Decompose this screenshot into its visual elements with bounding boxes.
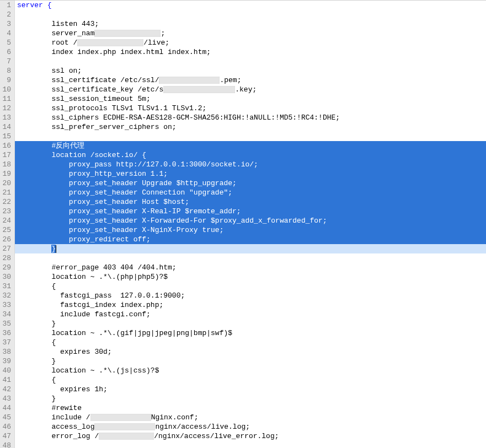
code-line[interactable]: proxy_set_header X-Real-IP $remote_addr; bbox=[15, 207, 486, 216]
line-number: 18 bbox=[1, 160, 12, 169]
code-line[interactable] bbox=[15, 57, 486, 66]
code-token: include / bbox=[51, 413, 90, 422]
redacted-text bbox=[90, 414, 151, 421]
code-line[interactable]: { bbox=[15, 375, 486, 385]
code-token: ssl_certificate /etc/ssl/ bbox=[51, 76, 159, 84]
code-line[interactable] bbox=[15, 441, 486, 448]
code-line[interactable]: } bbox=[15, 357, 486, 366]
code-line[interactable]: location ~ .*\.(gif|jpg|jpeg|png|bmp|swf… bbox=[15, 328, 486, 338]
line-number: 46 bbox=[1, 422, 12, 431]
code-line[interactable]: } bbox=[15, 394, 486, 403]
code-token: { bbox=[51, 338, 56, 347]
code-line[interactable]: expires 1h; bbox=[15, 385, 486, 394]
code-line[interactable]: location /socket.io/ { bbox=[15, 150, 486, 160]
code-area[interactable]: server { listen 443; server_nam; root //… bbox=[15, 1, 486, 448]
code-line[interactable]: proxy_http_version 1.1; bbox=[15, 169, 486, 179]
code-line[interactable]: include /Nginx.conf; bbox=[15, 413, 486, 422]
code-token: { bbox=[51, 282, 56, 290]
code-token: proxy_set_header Connection "upgrade"; bbox=[69, 188, 232, 197]
code-line[interactable]: include fastcgi.conf; bbox=[15, 310, 486, 319]
code-token: nginx/access/live.log; bbox=[155, 423, 250, 431]
line-number: 40 bbox=[1, 366, 12, 375]
line-number: 43 bbox=[1, 394, 12, 403]
line-number: 34 bbox=[1, 310, 12, 319]
code-line[interactable]: location ~ .*\.(js|css)?$ bbox=[15, 366, 486, 375]
code-token: location ~ .*\.(php|php5)?$ bbox=[51, 273, 168, 281]
code-token: /nginx/access/live_error.log; bbox=[154, 432, 279, 440]
code-token: proxy_http_version 1.1; bbox=[69, 170, 168, 178]
code-editor[interactable]: 1234567891011121314151617181920212223242… bbox=[0, 0, 486, 448]
code-token: ssl_certificate_key /etc/s bbox=[51, 85, 163, 94]
code-line[interactable]: error_log //nginx/access/live_error.log; bbox=[15, 431, 486, 441]
code-line[interactable]: proxy_redirect off; bbox=[15, 235, 486, 244]
code-line[interactable]: proxy_set_header X-Forwarded-For $proxy_… bbox=[15, 216, 486, 225]
code-token: server bbox=[17, 1, 43, 9]
line-number: 33 bbox=[1, 300, 12, 310]
line-number: 13 bbox=[1, 113, 12, 122]
line-number: 22 bbox=[1, 197, 12, 207]
line-number: 4 bbox=[1, 29, 12, 38]
line-number: 35 bbox=[1, 319, 12, 328]
line-number: 10 bbox=[1, 85, 12, 94]
code-line[interactable]: proxy_pass http://127.0.0.1:3000/socket.… bbox=[15, 160, 486, 169]
line-number: 12 bbox=[1, 104, 12, 113]
code-line[interactable]: fastcgi_index index.php; bbox=[15, 300, 486, 310]
line-number: 5 bbox=[1, 38, 12, 47]
code-token: ssl_protocols TLSv1 TLSv1.1 TLSv1.2; bbox=[51, 104, 206, 112]
code-line[interactable]: expires 30d; bbox=[15, 347, 486, 357]
code-line[interactable]: ssl_certificate_key /etc/s.key; bbox=[15, 85, 486, 94]
line-number: 27 bbox=[1, 244, 12, 253]
code-line[interactable]: ssl_session_timeout 5m; bbox=[15, 94, 486, 104]
code-line[interactable]: ssl_ciphers ECDHE-RSA-AES128-GCM-SHA256:… bbox=[15, 113, 486, 122]
line-number: 19 bbox=[1, 169, 12, 179]
code-token: proxy_pass http://127.0.0.1:3000/socket.… bbox=[69, 160, 258, 169]
code-line[interactable]: proxy_set_header Host $host; bbox=[15, 197, 486, 207]
selection-tail: } bbox=[51, 245, 56, 253]
code-line[interactable]: index index.php index.html index.htm; bbox=[15, 47, 486, 57]
code-line[interactable]: ssl_protocols TLSv1 TLSv1.1 TLSv1.2; bbox=[15, 104, 486, 113]
code-line[interactable]: access_lognginx/access/live.log; bbox=[15, 422, 486, 431]
code-token: fastcgi_pass 127.0.0.1:9000; bbox=[60, 292, 185, 300]
code-token: include fastcgi.conf; bbox=[60, 310, 151, 319]
code-line[interactable]: server { bbox=[15, 1, 486, 10]
code-line[interactable]: proxy_set_header Upgrade $http_upgrade; bbox=[15, 179, 486, 188]
line-number: 26 bbox=[1, 235, 12, 244]
code-token: Nginx.conf; bbox=[151, 413, 199, 422]
code-line[interactable]: proxy_set_header X-NginX-Proxy true; bbox=[15, 225, 486, 235]
line-number: 16 bbox=[1, 141, 12, 150]
code-line[interactable] bbox=[15, 132, 486, 141]
code-line[interactable]: proxy_set_header Connection "upgrade"; bbox=[15, 188, 486, 197]
code-token: ssl_session_timeout 5m; bbox=[51, 95, 150, 103]
line-number: 17 bbox=[1, 150, 12, 160]
code-token: proxy_set_header X-Forwarded-For $proxy_… bbox=[69, 217, 327, 225]
code-line[interactable]: server_nam; bbox=[15, 29, 486, 38]
line-number: 39 bbox=[1, 357, 12, 366]
code-line[interactable]: } bbox=[15, 319, 486, 328]
code-line[interactable]: root //live; bbox=[15, 38, 486, 47]
code-token: { bbox=[51, 376, 56, 384]
line-number: 44 bbox=[1, 403, 12, 413]
code-line[interactable]: ssl_certificate /etc/ssl/.pem; bbox=[15, 75, 486, 85]
code-line[interactable]: listen 443; bbox=[15, 19, 486, 29]
code-line[interactable]: location ~ .*\.(php|php5)?$ bbox=[15, 272, 486, 282]
code-line[interactable]: ssl_prefer_server_ciphers on; bbox=[15, 122, 486, 132]
code-line[interactable]: ssl on; bbox=[15, 66, 486, 75]
line-number: 37 bbox=[1, 338, 12, 347]
code-line[interactable] bbox=[15, 10, 486, 19]
code-token: expires 1h; bbox=[60, 385, 108, 393]
code-token: .key; bbox=[235, 85, 257, 94]
line-number: 8 bbox=[1, 66, 12, 75]
code-token: proxy_set_header X-Real-IP $remote_addr; bbox=[69, 207, 241, 215]
code-token: ssl on; bbox=[51, 67, 82, 75]
code-line[interactable]: { bbox=[15, 338, 486, 347]
code-line[interactable]: #rewite bbox=[15, 403, 486, 413]
code-line[interactable]: } bbox=[15, 244, 486, 253]
code-line[interactable]: #error_page 403 404 /404.htm; bbox=[15, 263, 486, 272]
code-line[interactable]: { bbox=[15, 282, 486, 291]
code-line[interactable] bbox=[15, 253, 486, 263]
line-number: 45 bbox=[1, 413, 12, 422]
code-token: root / bbox=[51, 39, 77, 47]
code-token: .pem; bbox=[220, 76, 241, 84]
code-line[interactable]: fastcgi_pass 127.0.0.1:9000; bbox=[15, 291, 486, 300]
code-line[interactable]: #反向代理 bbox=[15, 141, 486, 150]
